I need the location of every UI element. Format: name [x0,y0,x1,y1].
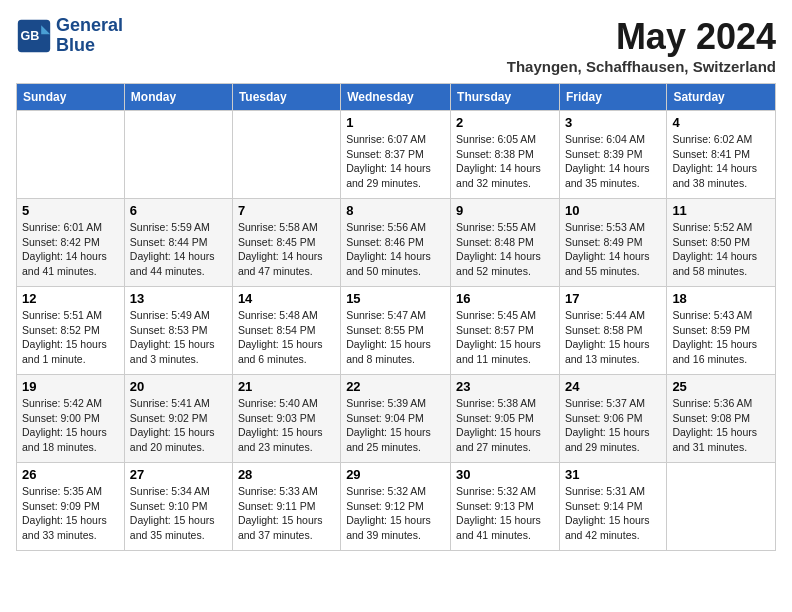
calendar-cell: 18Sunrise: 5:43 AM Sunset: 8:59 PM Dayli… [667,287,776,375]
calendar-cell: 21Sunrise: 5:40 AM Sunset: 9:03 PM Dayli… [232,375,340,463]
logo: GB General Blue [16,16,123,56]
calendar-cell: 25Sunrise: 5:36 AM Sunset: 9:08 PM Dayli… [667,375,776,463]
week-row-3: 12Sunrise: 5:51 AM Sunset: 8:52 PM Dayli… [17,287,776,375]
day-info: Sunrise: 5:47 AM Sunset: 8:55 PM Dayligh… [346,308,445,367]
day-number: 20 [130,379,227,394]
day-number: 6 [130,203,227,218]
calendar-cell: 28Sunrise: 5:33 AM Sunset: 9:11 PM Dayli… [232,463,340,551]
day-number: 30 [456,467,554,482]
day-info: Sunrise: 5:31 AM Sunset: 9:14 PM Dayligh… [565,484,661,543]
day-info: Sunrise: 5:59 AM Sunset: 8:44 PM Dayligh… [130,220,227,279]
calendar-cell: 8Sunrise: 5:56 AM Sunset: 8:46 PM Daylig… [341,199,451,287]
day-info: Sunrise: 5:58 AM Sunset: 8:45 PM Dayligh… [238,220,335,279]
day-number: 16 [456,291,554,306]
day-number: 18 [672,291,770,306]
month-title: May 2024 [507,16,776,58]
day-info: Sunrise: 5:32 AM Sunset: 9:12 PM Dayligh… [346,484,445,543]
calendar-cell: 23Sunrise: 5:38 AM Sunset: 9:05 PM Dayli… [451,375,560,463]
day-number: 4 [672,115,770,130]
page-header: GB General Blue May 2024 Thayngen, Schaf… [16,16,776,75]
day-info: Sunrise: 5:48 AM Sunset: 8:54 PM Dayligh… [238,308,335,367]
day-number: 2 [456,115,554,130]
day-number: 27 [130,467,227,482]
day-info: Sunrise: 5:55 AM Sunset: 8:48 PM Dayligh… [456,220,554,279]
title-block: May 2024 Thayngen, Schaffhausen, Switzer… [507,16,776,75]
calendar-cell: 4Sunrise: 6:02 AM Sunset: 8:41 PM Daylig… [667,111,776,199]
day-info: Sunrise: 5:32 AM Sunset: 9:13 PM Dayligh… [456,484,554,543]
day-info: Sunrise: 5:35 AM Sunset: 9:09 PM Dayligh… [22,484,119,543]
day-number: 13 [130,291,227,306]
col-header-monday: Monday [124,84,232,111]
day-info: Sunrise: 5:44 AM Sunset: 8:58 PM Dayligh… [565,308,661,367]
calendar-table: SundayMondayTuesdayWednesdayThursdayFrid… [16,83,776,551]
day-info: Sunrise: 5:53 AM Sunset: 8:49 PM Dayligh… [565,220,661,279]
day-number: 25 [672,379,770,394]
calendar-cell [124,111,232,199]
day-info: Sunrise: 5:56 AM Sunset: 8:46 PM Dayligh… [346,220,445,279]
day-info: Sunrise: 6:07 AM Sunset: 8:37 PM Dayligh… [346,132,445,191]
calendar-cell: 15Sunrise: 5:47 AM Sunset: 8:55 PM Dayli… [341,287,451,375]
calendar-cell: 26Sunrise: 5:35 AM Sunset: 9:09 PM Dayli… [17,463,125,551]
day-number: 28 [238,467,335,482]
calendar-cell: 1Sunrise: 6:07 AM Sunset: 8:37 PM Daylig… [341,111,451,199]
day-info: Sunrise: 6:02 AM Sunset: 8:41 PM Dayligh… [672,132,770,191]
location: Thayngen, Schaffhausen, Switzerland [507,58,776,75]
day-info: Sunrise: 5:42 AM Sunset: 9:00 PM Dayligh… [22,396,119,455]
day-info: Sunrise: 6:05 AM Sunset: 8:38 PM Dayligh… [456,132,554,191]
day-number: 15 [346,291,445,306]
day-number: 17 [565,291,661,306]
day-number: 9 [456,203,554,218]
calendar-cell [232,111,340,199]
day-number: 21 [238,379,335,394]
calendar-cell [667,463,776,551]
logo-icon: GB [16,18,52,54]
day-number: 12 [22,291,119,306]
day-info: Sunrise: 5:37 AM Sunset: 9:06 PM Dayligh… [565,396,661,455]
day-info: Sunrise: 5:45 AM Sunset: 8:57 PM Dayligh… [456,308,554,367]
calendar-cell: 31Sunrise: 5:31 AM Sunset: 9:14 PM Dayli… [559,463,666,551]
calendar-cell: 12Sunrise: 5:51 AM Sunset: 8:52 PM Dayli… [17,287,125,375]
day-info: Sunrise: 5:41 AM Sunset: 9:02 PM Dayligh… [130,396,227,455]
week-row-4: 19Sunrise: 5:42 AM Sunset: 9:00 PM Dayli… [17,375,776,463]
col-header-saturday: Saturday [667,84,776,111]
calendar-cell: 7Sunrise: 5:58 AM Sunset: 8:45 PM Daylig… [232,199,340,287]
day-number: 22 [346,379,445,394]
day-number: 29 [346,467,445,482]
calendar-cell: 14Sunrise: 5:48 AM Sunset: 8:54 PM Dayli… [232,287,340,375]
day-info: Sunrise: 5:39 AM Sunset: 9:04 PM Dayligh… [346,396,445,455]
calendar-cell: 16Sunrise: 5:45 AM Sunset: 8:57 PM Dayli… [451,287,560,375]
logo-text: General Blue [56,16,123,56]
day-number: 1 [346,115,445,130]
day-info: Sunrise: 5:34 AM Sunset: 9:10 PM Dayligh… [130,484,227,543]
calendar-cell [17,111,125,199]
col-header-wednesday: Wednesday [341,84,451,111]
day-info: Sunrise: 5:40 AM Sunset: 9:03 PM Dayligh… [238,396,335,455]
day-info: Sunrise: 5:49 AM Sunset: 8:53 PM Dayligh… [130,308,227,367]
svg-text:GB: GB [21,28,40,42]
day-info: Sunrise: 5:38 AM Sunset: 9:05 PM Dayligh… [456,396,554,455]
col-header-tuesday: Tuesday [232,84,340,111]
col-header-thursday: Thursday [451,84,560,111]
day-number: 19 [22,379,119,394]
day-number: 7 [238,203,335,218]
calendar-cell: 24Sunrise: 5:37 AM Sunset: 9:06 PM Dayli… [559,375,666,463]
col-header-sunday: Sunday [17,84,125,111]
day-info: Sunrise: 5:51 AM Sunset: 8:52 PM Dayligh… [22,308,119,367]
calendar-cell: 19Sunrise: 5:42 AM Sunset: 9:00 PM Dayli… [17,375,125,463]
day-info: Sunrise: 6:01 AM Sunset: 8:42 PM Dayligh… [22,220,119,279]
calendar-cell: 11Sunrise: 5:52 AM Sunset: 8:50 PM Dayli… [667,199,776,287]
calendar-cell: 22Sunrise: 5:39 AM Sunset: 9:04 PM Dayli… [341,375,451,463]
day-number: 26 [22,467,119,482]
day-number: 8 [346,203,445,218]
calendar-cell: 29Sunrise: 5:32 AM Sunset: 9:12 PM Dayli… [341,463,451,551]
week-row-2: 5Sunrise: 6:01 AM Sunset: 8:42 PM Daylig… [17,199,776,287]
day-number: 10 [565,203,661,218]
week-row-1: 1Sunrise: 6:07 AM Sunset: 8:37 PM Daylig… [17,111,776,199]
calendar-cell: 17Sunrise: 5:44 AM Sunset: 8:58 PM Dayli… [559,287,666,375]
day-number: 24 [565,379,661,394]
day-info: Sunrise: 6:04 AM Sunset: 8:39 PM Dayligh… [565,132,661,191]
calendar-cell: 3Sunrise: 6:04 AM Sunset: 8:39 PM Daylig… [559,111,666,199]
calendar-cell: 5Sunrise: 6:01 AM Sunset: 8:42 PM Daylig… [17,199,125,287]
calendar-cell: 6Sunrise: 5:59 AM Sunset: 8:44 PM Daylig… [124,199,232,287]
calendar-cell: 10Sunrise: 5:53 AM Sunset: 8:49 PM Dayli… [559,199,666,287]
